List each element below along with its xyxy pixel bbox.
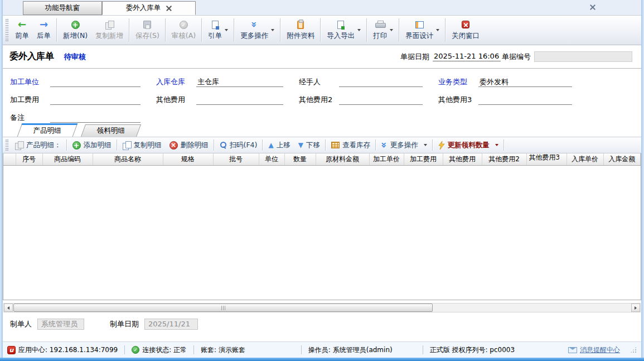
other-fee2-field[interactable] (339, 95, 423, 105)
tab-outsource-inbound[interactable]: 委外入库单 (102, 1, 196, 15)
pull-order-button[interactable]: 引单 (204, 18, 232, 42)
col-raw-material-amount[interactable]: 原材料金额 (316, 153, 369, 165)
chevron-down-icon[interactable] (424, 144, 427, 146)
field-label-other-fee: 其他费用 (156, 95, 196, 105)
scrollbar-thumb[interactable] (13, 304, 433, 312)
col-process-price[interactable]: 加工单价 (369, 153, 404, 165)
tab-close-icon[interactable] (166, 6, 172, 11)
biz-type-field[interactable]: 委外发料 (478, 77, 572, 87)
clipboard-icon (297, 21, 304, 29)
horizontal-scrollbar[interactable] (3, 303, 641, 312)
tab-material-detail[interactable]: 领料明细 (81, 124, 141, 137)
process-fee-field[interactable] (50, 95, 141, 105)
status-separator (124, 345, 125, 354)
doc-date-field[interactable]: 2025-11-21 16:06 (433, 52, 501, 61)
tabstrip-close-icon[interactable] (590, 4, 595, 10)
more-row-ops-button[interactable]: 更多操作 (377, 139, 431, 151)
content-area: 委外入库单 待审核 单据日期 2025-11-21 16:06 单据编号 加工单… (3, 45, 641, 341)
status-separator (423, 345, 423, 354)
doc-no-field[interactable] (534, 51, 632, 62)
col-product-code[interactable]: 商品编码 (42, 153, 93, 165)
app-window: 功能导航窗 委外入库单 前单 后单 新增(N) 复制新增 保存(S) 审核(A) (0, 0, 644, 361)
chevron-down-icon[interactable] (495, 144, 498, 146)
new-button[interactable]: 新增(N) (59, 18, 91, 42)
close-window-button[interactable]: 关闭窗口 (448, 18, 483, 42)
more-actions-button[interactable]: 更多操作 (236, 18, 278, 42)
print-button[interactable]: 打印 (369, 18, 397, 42)
chevron-down-icon[interactable] (390, 29, 393, 31)
col-inbound-price[interactable]: 入库单价 (566, 153, 603, 165)
col-unit[interactable]: 单位 (259, 153, 284, 165)
scroll-right-button[interactable] (631, 304, 640, 312)
copy-new-button[interactable]: 复制新增 (91, 18, 127, 42)
ui-design-button[interactable]: 界面设计 (401, 18, 443, 42)
view-stock-button[interactable]: 查看库存 (327, 139, 374, 151)
warehouse-field[interactable]: 主仓库 (196, 77, 283, 87)
account-set-status: 账套: 演示账套 (201, 345, 245, 355)
scroll-left-button[interactable] (4, 304, 13, 312)
document-header: 委外入库单 待审核 单据日期 2025-11-21 16:06 单据编号 (3, 45, 641, 69)
chevron-down-icon[interactable] (436, 29, 439, 31)
col-batch-no[interactable]: 批号 (213, 153, 259, 165)
chevron-down-icon[interactable] (225, 29, 228, 31)
table-grid-icon (331, 142, 340, 148)
next-doc-button[interactable]: 后单 (33, 18, 55, 42)
col-spec[interactable]: 规格 (163, 153, 213, 165)
col-seq[interactable]: 序号 (16, 153, 42, 165)
detail-separator (66, 139, 67, 151)
plus-circle-icon (72, 141, 81, 150)
window-frame-left (0, 0, 3, 361)
chevron-down-icon[interactable] (357, 29, 361, 31)
grid-header-row: 序号 商品编码 商品名称 规格 批号 单位 数量 原材料金额 加工单价 加工费用… (3, 153, 641, 165)
detail-separator (117, 139, 118, 151)
copy-row-button[interactable]: 复制明细 (119, 139, 166, 151)
app-center-icon: u (7, 346, 16, 354)
create-date-field: 2025/11/21 (144, 319, 198, 330)
delete-row-button[interactable]: 删除明细 (166, 139, 212, 151)
col-inbound-amount[interactable]: 入库金额 (603, 153, 641, 165)
move-down-button[interactable]: 下移 (294, 139, 324, 151)
layout-icon (415, 21, 424, 28)
resize-grip[interactable] (630, 346, 637, 353)
prev-doc-button[interactable]: 前单 (11, 18, 33, 42)
other-fee3-field[interactable] (478, 95, 572, 105)
detail-toolbar-grip[interactable] (6, 139, 8, 151)
attachments-button[interactable]: 附件资料 (283, 18, 318, 42)
tab-product-detail[interactable]: 产品明细 (17, 123, 78, 137)
toolbar-separator (280, 18, 281, 42)
move-up-button[interactable]: 上移 (264, 139, 294, 151)
audit-button[interactable]: 审核(A) (168, 18, 200, 42)
creator-field: 系统管理员 (37, 319, 84, 330)
handler-field[interactable] (339, 77, 423, 87)
chevron-down-icon[interactable] (271, 29, 274, 31)
col-other-fee[interactable]: 其他费用 (443, 153, 482, 165)
col-product-name[interactable]: 商品名称 (93, 153, 163, 165)
remark-field[interactable] (50, 113, 141, 123)
row-indicator-header (3, 153, 16, 165)
col-other-fee2[interactable]: 其他费用2 (482, 153, 526, 165)
scan-button[interactable]: 扫码(F4) (216, 139, 262, 151)
import-export-icon (337, 21, 344, 29)
check-circle-icon (132, 346, 139, 354)
save-button[interactable]: 保存(S) (132, 18, 163, 42)
field-label-other-fee2: 其他费用2 (299, 95, 339, 105)
field-label-handler: 经手人 (299, 77, 339, 87)
sheet-icon (15, 141, 23, 150)
import-export-button[interactable]: 导入导出 (323, 18, 365, 42)
update-material-qty-button[interactable]: 更新领料数量 (434, 139, 502, 151)
processor-field[interactable] (50, 77, 141, 87)
connection-status: 连接状态: 正常 (132, 345, 187, 355)
col-process-fee[interactable]: 加工费用 (404, 153, 443, 165)
doc-date-label: 单据日期 (400, 52, 429, 62)
other-fee-field[interactable] (196, 95, 283, 105)
col-qty[interactable]: 数量 (284, 153, 316, 165)
status-bar: u 应用中心: 192.168.1.134:7099 连接状态: 正常 账套: … (3, 341, 641, 358)
toolbar-grip[interactable] (6, 19, 8, 41)
add-row-button[interactable]: 添加明细 (69, 139, 115, 151)
col-other-fee3[interactable]: 其他费用3 (526, 153, 566, 165)
tab-function-nav-label: 功能导航窗 (45, 3, 80, 13)
message-center-link[interactable]: 消息提醒中心 (568, 345, 620, 355)
create-date-label: 制单日期 (110, 319, 139, 329)
tab-function-nav[interactable]: 功能导航窗 (23, 1, 102, 15)
status-separator (301, 345, 302, 354)
